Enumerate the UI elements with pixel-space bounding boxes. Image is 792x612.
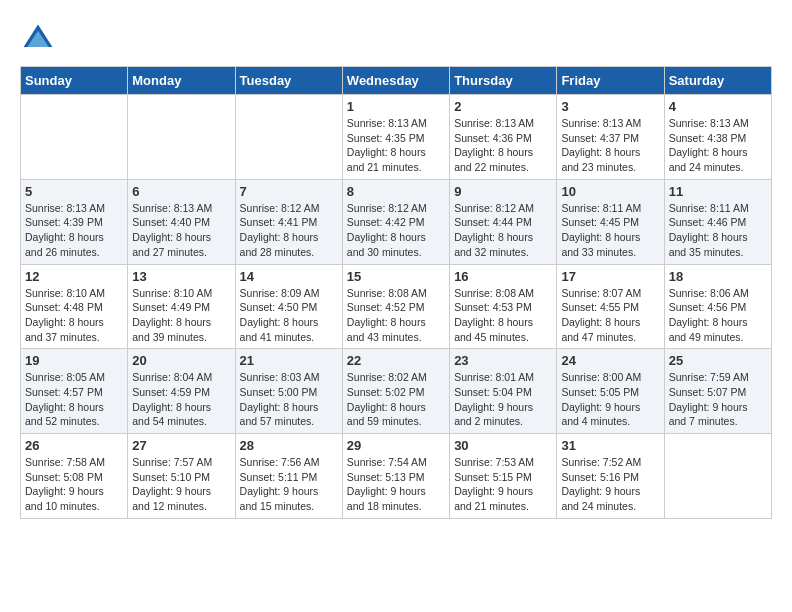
day-header-wednesday: Wednesday [342,67,449,95]
day-content: Sunrise: 8:11 AM Sunset: 4:46 PM Dayligh… [669,201,767,260]
day-number: 11 [669,184,767,199]
day-number: 15 [347,269,445,284]
day-header-tuesday: Tuesday [235,67,342,95]
day-content: Sunrise: 8:09 AM Sunset: 4:50 PM Dayligh… [240,286,338,345]
calendar-cell [21,95,128,180]
day-content: Sunrise: 8:01 AM Sunset: 5:04 PM Dayligh… [454,370,552,429]
day-content: Sunrise: 8:03 AM Sunset: 5:00 PM Dayligh… [240,370,338,429]
logo-icon [20,20,56,56]
day-content: Sunrise: 7:58 AM Sunset: 5:08 PM Dayligh… [25,455,123,514]
page-header [20,20,772,56]
day-content: Sunrise: 8:12 AM Sunset: 4:44 PM Dayligh… [454,201,552,260]
day-number: 19 [25,353,123,368]
calendar-cell: 18Sunrise: 8:06 AM Sunset: 4:56 PM Dayli… [664,264,771,349]
day-content: Sunrise: 8:13 AM Sunset: 4:35 PM Dayligh… [347,116,445,175]
day-number: 23 [454,353,552,368]
calendar-cell: 8Sunrise: 8:12 AM Sunset: 4:42 PM Daylig… [342,179,449,264]
calendar-cell: 13Sunrise: 8:10 AM Sunset: 4:49 PM Dayli… [128,264,235,349]
calendar-cell: 19Sunrise: 8:05 AM Sunset: 4:57 PM Dayli… [21,349,128,434]
day-content: Sunrise: 7:59 AM Sunset: 5:07 PM Dayligh… [669,370,767,429]
calendar-week-row: 26Sunrise: 7:58 AM Sunset: 5:08 PM Dayli… [21,434,772,519]
day-header-sunday: Sunday [21,67,128,95]
day-number: 12 [25,269,123,284]
day-content: Sunrise: 8:13 AM Sunset: 4:36 PM Dayligh… [454,116,552,175]
calendar-table: SundayMondayTuesdayWednesdayThursdayFrid… [20,66,772,519]
calendar-week-row: 5Sunrise: 8:13 AM Sunset: 4:39 PM Daylig… [21,179,772,264]
calendar-week-row: 19Sunrise: 8:05 AM Sunset: 4:57 PM Dayli… [21,349,772,434]
calendar-cell [128,95,235,180]
calendar-cell: 10Sunrise: 8:11 AM Sunset: 4:45 PM Dayli… [557,179,664,264]
day-content: Sunrise: 7:54 AM Sunset: 5:13 PM Dayligh… [347,455,445,514]
day-content: Sunrise: 8:13 AM Sunset: 4:37 PM Dayligh… [561,116,659,175]
day-content: Sunrise: 8:13 AM Sunset: 4:38 PM Dayligh… [669,116,767,175]
day-content: Sunrise: 8:13 AM Sunset: 4:39 PM Dayligh… [25,201,123,260]
calendar-cell: 25Sunrise: 7:59 AM Sunset: 5:07 PM Dayli… [664,349,771,434]
calendar-cell: 24Sunrise: 8:00 AM Sunset: 5:05 PM Dayli… [557,349,664,434]
calendar-cell: 6Sunrise: 8:13 AM Sunset: 4:40 PM Daylig… [128,179,235,264]
day-number: 16 [454,269,552,284]
calendar-cell: 23Sunrise: 8:01 AM Sunset: 5:04 PM Dayli… [450,349,557,434]
calendar-cell: 7Sunrise: 8:12 AM Sunset: 4:41 PM Daylig… [235,179,342,264]
calendar-cell: 17Sunrise: 8:07 AM Sunset: 4:55 PM Dayli… [557,264,664,349]
day-header-friday: Friday [557,67,664,95]
day-content: Sunrise: 7:53 AM Sunset: 5:15 PM Dayligh… [454,455,552,514]
day-content: Sunrise: 8:13 AM Sunset: 4:40 PM Dayligh… [132,201,230,260]
day-content: Sunrise: 7:57 AM Sunset: 5:10 PM Dayligh… [132,455,230,514]
day-header-saturday: Saturday [664,67,771,95]
calendar-cell: 30Sunrise: 7:53 AM Sunset: 5:15 PM Dayli… [450,434,557,519]
day-content: Sunrise: 8:04 AM Sunset: 4:59 PM Dayligh… [132,370,230,429]
calendar-header-row: SundayMondayTuesdayWednesdayThursdayFrid… [21,67,772,95]
day-content: Sunrise: 7:52 AM Sunset: 5:16 PM Dayligh… [561,455,659,514]
calendar-cell: 15Sunrise: 8:08 AM Sunset: 4:52 PM Dayli… [342,264,449,349]
day-number: 25 [669,353,767,368]
day-content: Sunrise: 8:08 AM Sunset: 4:52 PM Dayligh… [347,286,445,345]
day-number: 17 [561,269,659,284]
day-number: 3 [561,99,659,114]
day-content: Sunrise: 8:11 AM Sunset: 4:45 PM Dayligh… [561,201,659,260]
day-number: 2 [454,99,552,114]
day-number: 14 [240,269,338,284]
day-number: 6 [132,184,230,199]
day-content: Sunrise: 8:07 AM Sunset: 4:55 PM Dayligh… [561,286,659,345]
day-number: 4 [669,99,767,114]
day-number: 9 [454,184,552,199]
calendar-cell: 14Sunrise: 8:09 AM Sunset: 4:50 PM Dayli… [235,264,342,349]
calendar-cell: 31Sunrise: 7:52 AM Sunset: 5:16 PM Dayli… [557,434,664,519]
calendar-cell: 20Sunrise: 8:04 AM Sunset: 4:59 PM Dayli… [128,349,235,434]
calendar-cell: 2Sunrise: 8:13 AM Sunset: 4:36 PM Daylig… [450,95,557,180]
calendar-cell [235,95,342,180]
calendar-cell: 9Sunrise: 8:12 AM Sunset: 4:44 PM Daylig… [450,179,557,264]
day-content: Sunrise: 8:10 AM Sunset: 4:49 PM Dayligh… [132,286,230,345]
day-number: 18 [669,269,767,284]
calendar-cell: 22Sunrise: 8:02 AM Sunset: 5:02 PM Dayli… [342,349,449,434]
day-number: 13 [132,269,230,284]
calendar-week-row: 12Sunrise: 8:10 AM Sunset: 4:48 PM Dayli… [21,264,772,349]
day-content: Sunrise: 8:06 AM Sunset: 4:56 PM Dayligh… [669,286,767,345]
day-header-monday: Monday [128,67,235,95]
day-number: 28 [240,438,338,453]
calendar-cell: 12Sunrise: 8:10 AM Sunset: 4:48 PM Dayli… [21,264,128,349]
calendar-cell [664,434,771,519]
day-number: 24 [561,353,659,368]
day-content: Sunrise: 8:12 AM Sunset: 4:41 PM Dayligh… [240,201,338,260]
calendar-cell: 11Sunrise: 8:11 AM Sunset: 4:46 PM Dayli… [664,179,771,264]
day-number: 8 [347,184,445,199]
day-content: Sunrise: 8:08 AM Sunset: 4:53 PM Dayligh… [454,286,552,345]
day-number: 21 [240,353,338,368]
calendar-cell: 3Sunrise: 8:13 AM Sunset: 4:37 PM Daylig… [557,95,664,180]
day-content: Sunrise: 7:56 AM Sunset: 5:11 PM Dayligh… [240,455,338,514]
calendar-cell: 28Sunrise: 7:56 AM Sunset: 5:11 PM Dayli… [235,434,342,519]
calendar-cell: 29Sunrise: 7:54 AM Sunset: 5:13 PM Dayli… [342,434,449,519]
calendar-cell: 4Sunrise: 8:13 AM Sunset: 4:38 PM Daylig… [664,95,771,180]
day-content: Sunrise: 8:10 AM Sunset: 4:48 PM Dayligh… [25,286,123,345]
calendar-cell: 27Sunrise: 7:57 AM Sunset: 5:10 PM Dayli… [128,434,235,519]
calendar-cell: 26Sunrise: 7:58 AM Sunset: 5:08 PM Dayli… [21,434,128,519]
day-content: Sunrise: 8:00 AM Sunset: 5:05 PM Dayligh… [561,370,659,429]
day-number: 10 [561,184,659,199]
calendar-cell: 21Sunrise: 8:03 AM Sunset: 5:00 PM Dayli… [235,349,342,434]
day-number: 22 [347,353,445,368]
day-number: 20 [132,353,230,368]
calendar-cell: 16Sunrise: 8:08 AM Sunset: 4:53 PM Dayli… [450,264,557,349]
day-number: 5 [25,184,123,199]
day-header-thursday: Thursday [450,67,557,95]
